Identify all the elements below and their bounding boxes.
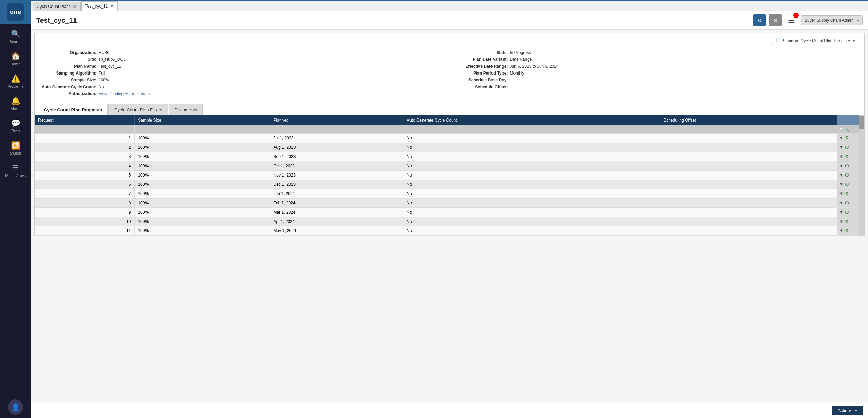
sidebar-item-problems[interactable]: ⚠️ Problems	[0, 70, 31, 92]
sidebar-item-search[interactable]: 🔍 Search	[0, 25, 31, 48]
sidebar-logo[interactable]: one	[0, 0, 31, 24]
chevron-down-icon: ▼	[852, 39, 856, 43]
close-button[interactable]: ✕	[769, 14, 782, 26]
sub-tab-documents[interactable]: Documents	[169, 104, 203, 115]
td-auto-generate: No	[403, 217, 660, 226]
td-planned: Dec 1, 2023	[270, 180, 403, 189]
sidebar-item-chats[interactable]: 💬 Chats	[0, 115, 31, 137]
actions-button-label: Actions	[837, 408, 852, 413]
info-grid: Organization: HUB6 Site: sp_Hub6_DC3 Pla…	[35, 46, 864, 101]
gear-icon[interactable]: ⚙	[845, 228, 849, 234]
td-auto-generate: No	[403, 170, 660, 180]
filter-icon[interactable]: ▼	[839, 182, 844, 187]
td-sample-size: 100%	[135, 152, 270, 161]
td-sample-size: 100%	[135, 143, 270, 152]
td-planned: Jan 1, 2024	[270, 189, 403, 198]
menu-button-wrapper: ☰ 1	[785, 14, 797, 26]
td-planned: Mar 1, 2024	[270, 207, 403, 217]
filter-icon[interactable]: ▼	[839, 135, 844, 140]
gear-icon[interactable]: ⚙	[845, 191, 849, 197]
td-request: 2	[35, 143, 135, 152]
filter-icon[interactable]: ▼	[839, 191, 844, 196]
actions-button[interactable]: Actions ▼	[832, 406, 863, 415]
cycle-count-table: Request Sample Size Planned Auto Generat…	[35, 115, 864, 236]
page-title: Test_cyc_11	[36, 16, 750, 24]
td-scheduling-offset	[660, 152, 837, 161]
filter-icon[interactable]: ▼	[839, 163, 844, 168]
td-scheduling-offset	[660, 207, 837, 217]
bottom-bar: Actions ▼	[31, 403, 868, 418]
td-sample-size: 100%	[135, 226, 270, 235]
table-row: 9100%Mar 1, 2024No ▼ ⚙	[35, 207, 864, 217]
filter-icon[interactable]: ▼	[839, 145, 844, 150]
filter-icon[interactable]: ▼	[839, 219, 844, 224]
sub-tab-requests[interactable]: Cycle Count Plan Requests	[38, 104, 108, 115]
sidebar-item-problems-label: Problems	[8, 84, 23, 88]
table-row: 7100%Jan 1, 2024No ▼ ⚙	[35, 189, 864, 198]
info-row-auto-generate: Auto Generate Cycle Count: No	[42, 83, 446, 90]
template-button[interactable]: 📄 Standard Cycle Count Plan Template ▼	[772, 37, 859, 45]
tab-close-cycle-count-plans[interactable]: ✕	[73, 4, 77, 9]
info-row-effective-date-range: Effective Date Range: Jun 6, 2023 to Jun…	[453, 63, 858, 70]
bell-icon: 🔔	[11, 97, 20, 105]
search-icon-header[interactable]: 🔍	[844, 127, 849, 132]
sidebar-item-home[interactable]: 🏠 Home	[0, 48, 31, 70]
table-row: 6100%Dec 1, 2023No ▼ ⚙	[35, 180, 864, 189]
info-value-state: In Progress	[510, 50, 531, 55]
switch-icon: 🔁	[11, 141, 20, 150]
tab-cycle-count-plans-label: Cycle Count Plans	[37, 4, 71, 9]
filter-icon[interactable]: ▼	[839, 154, 844, 159]
sub-tab-documents-label: Documents	[175, 107, 197, 112]
filter-icon[interactable]: ▼	[839, 200, 844, 205]
refresh-button[interactable]: ↺	[753, 14, 766, 26]
gear-icon[interactable]: ⚙	[845, 135, 849, 141]
filter-request	[35, 125, 135, 133]
content-area: 📄 Standard Cycle Count Plan Template ▼ O…	[31, 30, 868, 403]
gear-icon[interactable]: ⚙	[845, 209, 849, 215]
sidebar-item-menus[interactable]: ☰ Menus/Favs	[0, 159, 31, 182]
view-pending-authorizations-link[interactable]: View Pending Authorizations	[99, 91, 151, 96]
filter-icon-header[interactable]: ▼	[839, 127, 843, 132]
sidebar-item-alerts-label: Alerts	[11, 106, 20, 111]
gear-icon[interactable]: ⚙	[845, 154, 849, 160]
sidebar-item-switch-label: Switch	[10, 151, 21, 155]
menu-button[interactable]: ☰ 1	[785, 14, 797, 26]
table-row: 3100%Sep 1, 2023No ▼ ⚙	[35, 152, 864, 161]
gear-icon[interactable]: ⚙	[845, 163, 849, 169]
notification-badge: 1	[793, 13, 799, 18]
tab-test-cyc-11[interactable]: Test_cyc_11 ✕	[81, 1, 118, 11]
vertical-scrollbar[interactable]	[859, 115, 864, 236]
filter-icon[interactable]: ▼	[839, 210, 844, 215]
td-request: 10	[35, 217, 135, 226]
td-auto-generate: No	[403, 189, 660, 198]
filter-icon[interactable]: ▼	[839, 228, 844, 233]
gear-icon[interactable]: ⚙	[845, 218, 849, 225]
user-avatar[interactable]: 👤	[8, 399, 23, 415]
filter-icon[interactable]: ▼	[839, 172, 844, 178]
tab-test-cyc-11-label: Test_cyc_11	[85, 4, 108, 9]
gear-icon[interactable]: ⚙	[845, 172, 849, 178]
gear-icon[interactable]: ⚙	[845, 181, 849, 188]
gear-icon[interactable]: ⚙	[845, 144, 849, 150]
info-row-site: Site: sp_Hub6_DC3	[42, 56, 446, 63]
tab-cycle-count-plans[interactable]: Cycle Count Plans ✕	[33, 2, 81, 11]
sub-tab-filters[interactable]: Cycle Count Plan Filters	[108, 104, 168, 115]
scroll-thumb[interactable]	[859, 116, 864, 129]
tab-close-test-cyc-11[interactable]: ✕	[110, 4, 114, 9]
template-button-label: Standard Cycle Count Plan Template	[783, 38, 850, 43]
td-planned: Nov 1, 2023	[270, 170, 403, 180]
role-dropdown[interactable]: Buyer Supply Chain Admin	[801, 15, 863, 25]
table-row: 8100%Feb 1, 2024No ▼ ⚙	[35, 198, 864, 207]
table-row: 11100%May 1, 2024No ▼ ⚙	[35, 226, 864, 235]
sidebar-item-home-label: Home	[10, 62, 20, 66]
td-auto-generate: No	[403, 161, 660, 170]
td-auto-generate: No	[403, 143, 660, 152]
td-planned: Sep 1, 2023	[270, 152, 403, 161]
gear-icon[interactable]: ⚙	[845, 200, 849, 206]
table-row: 10100%Apr 1, 2024No ▼ ⚙	[35, 217, 864, 226]
info-row-sample-size: Sample Size: 100%	[42, 77, 446, 83]
info-value-effective-date-range: Jun 6, 2023 to Jun 6, 2024	[510, 64, 559, 69]
sidebar-item-switch[interactable]: 🔁 Switch	[0, 137, 31, 159]
chat-icon: 💬	[11, 119, 20, 128]
sidebar-item-alerts[interactable]: 🔔 Alerts	[0, 92, 31, 115]
